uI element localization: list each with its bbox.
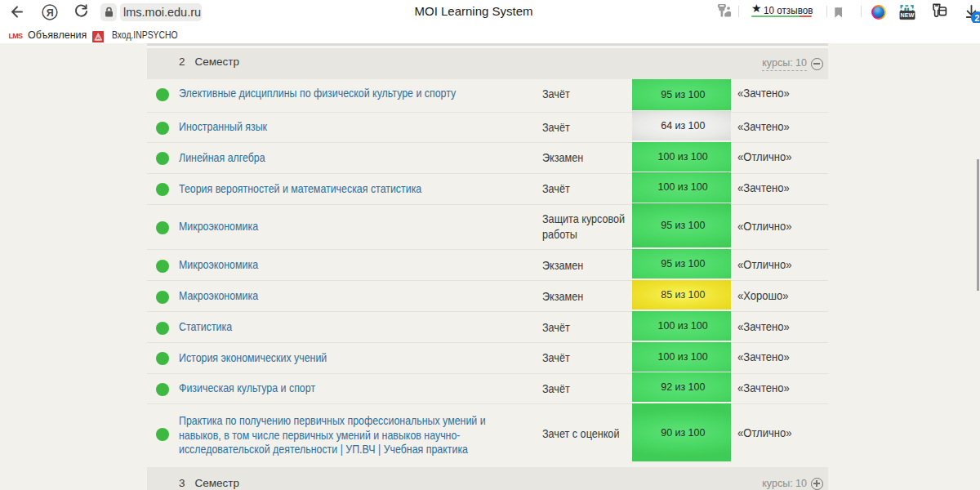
svg-text:NEW: NEW bbox=[901, 11, 915, 19]
